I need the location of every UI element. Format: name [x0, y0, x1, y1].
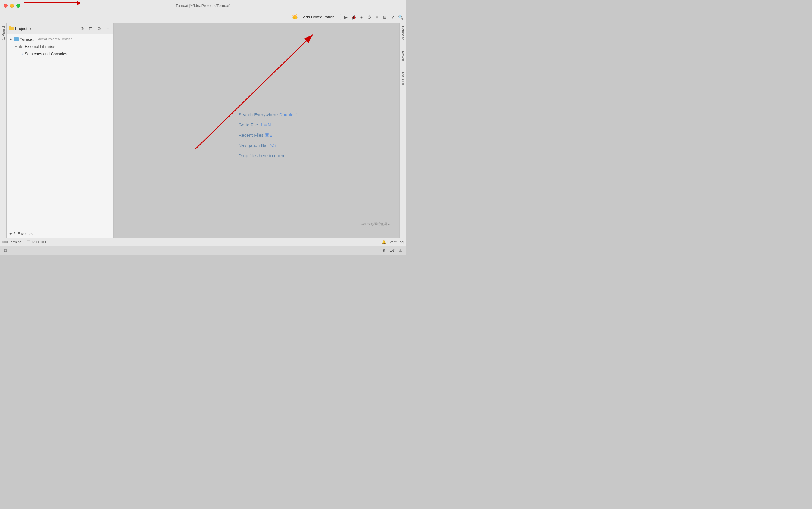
- ant-build-panel-label[interactable]: Ant Build: [401, 70, 405, 87]
- window-title: Tomcat [~/IdeaProjects/Tomcat]: [176, 3, 230, 8]
- project-panel: Project ▼ ⊕ ⊟ ⚙ − ▶ Tomcat ~/IdeaProject…: [7, 23, 113, 238]
- tree-item-external-libs[interactable]: ▶ External Libraries: [7, 43, 113, 50]
- profile-button[interactable]: ⏱: [366, 14, 372, 20]
- todo-icon: ☰: [27, 240, 30, 244]
- tree-caret-ext-libs: ▶: [14, 44, 18, 48]
- status-bar: ⌨ Terminal ☰ 6: TODO 🔔 Event Log: [0, 238, 406, 246]
- debug-button[interactable]: 🐞: [350, 14, 357, 20]
- minimize-button[interactable]: [10, 4, 14, 7]
- alert-icon-bottom[interactable]: ⚠: [398, 247, 404, 253]
- todo-label: 6: TODO: [32, 240, 46, 244]
- close-button[interactable]: [4, 4, 7, 7]
- project-panel-label[interactable]: 1: Project: [1, 24, 6, 41]
- watermark-text: CSDN @勤劳的马✗: [361, 222, 390, 226]
- scratches-label: Scratches and Consoles: [25, 52, 67, 56]
- traffic-lights: [4, 4, 20, 7]
- terminal-icon: ⌨: [2, 240, 7, 244]
- project-toolbar: Project ▼ ⊕ ⊟ ⚙ −: [7, 23, 113, 34]
- tree-item-tomcat[interactable]: ▶ Tomcat ~/IdeaProjects/Tomcat: [7, 36, 113, 43]
- hint-search-everywhere[interactable]: Search Everywhere Double ⇧: [239, 112, 299, 117]
- editor-hints: Search Everywhere Double ⇧ Go to File ⇧⌘…: [239, 112, 299, 158]
- layout-button[interactable]: ⊞: [382, 14, 388, 20]
- star-icon: ★: [9, 232, 12, 236]
- tree-item-scratches[interactable]: ▶ Scratches and Consoles: [7, 50, 113, 57]
- expand-button[interactable]: ⤢: [390, 14, 396, 20]
- hint-recent-files[interactable]: Recent Files ⌘E: [239, 132, 273, 138]
- event-log-tab[interactable]: 🔔 Event Log: [382, 240, 404, 244]
- left-sidebar-strip: 1: Project: [0, 23, 7, 238]
- close-panel-button[interactable]: −: [104, 25, 111, 32]
- external-libraries-label: External Libraries: [25, 44, 55, 49]
- expand-sidebar-button[interactable]: □: [2, 247, 8, 253]
- status-right: 🔔 Event Log: [382, 240, 404, 244]
- search-everywhere-button[interactable]: 🔍: [398, 14, 404, 20]
- git-icon-bottom[interactable]: ⎇: [389, 247, 395, 253]
- add-configuration-button[interactable]: Add Configuration...: [300, 13, 341, 21]
- right-sidebar-strip: Database Maven Ant Build: [399, 23, 406, 238]
- project-caret[interactable]: ▼: [29, 27, 32, 30]
- collapse-all-button[interactable]: ⊟: [87, 25, 94, 32]
- stop-button[interactable]: ■: [374, 14, 380, 20]
- coverage-button[interactable]: ◈: [359, 14, 365, 20]
- hint-goto-file[interactable]: Go to File ⇧⌘N: [239, 122, 271, 127]
- library-icon: [19, 44, 24, 48]
- title-bar: Tomcat [~/IdeaProjects/Tomcat]: [0, 0, 406, 11]
- bottom-bar: □ ⚙ ⎇ ⚠: [0, 246, 406, 254]
- event-log-icon: 🔔: [382, 240, 386, 244]
- database-panel-label[interactable]: Database: [401, 24, 405, 42]
- scratches-icon: [19, 52, 24, 56]
- terminal-label: Terminal: [9, 240, 22, 244]
- hint-drop-files: Drop files here to open: [239, 153, 284, 158]
- favorites-tab[interactable]: ★ 2: Favorites: [7, 231, 35, 236]
- project-tree: ▶ Tomcat ~/IdeaProjects/Tomcat ▶ Externa…: [7, 34, 113, 133]
- maximize-button[interactable]: [16, 4, 20, 7]
- editor-area: Search Everywhere Double ⇧ Go to File ⇧⌘…: [113, 23, 399, 238]
- action-bar: 🐱 Add Configuration... ▶ 🐞 ◈ ⏱ ■ ⊞ ⤢ 🔍: [0, 11, 406, 23]
- tomcat-icon: 🐱: [292, 14, 298, 20]
- folder-icon-tomcat: [14, 37, 19, 41]
- settings-icon-bottom[interactable]: ⚙: [381, 247, 387, 253]
- annotation-arrow: [24, 2, 78, 3]
- project-panel-title: Project: [15, 26, 27, 31]
- tomcat-path: ~/IdeaProjects/Tomcat: [36, 37, 72, 41]
- tomcat-label: Tomcat: [20, 37, 33, 41]
- settings-button[interactable]: ⚙: [96, 25, 102, 32]
- event-log-label: Event Log: [387, 240, 404, 244]
- project-toolbar-right: ⊕ ⊟ ⚙ −: [79, 25, 111, 32]
- hint-navigation-bar[interactable]: Navigation Bar ⌥↑: [239, 142, 277, 148]
- project-toolbar-left: Project ▼: [9, 26, 32, 31]
- terminal-tab[interactable]: ⌨ Terminal: [2, 240, 22, 244]
- project-folder-icon: [9, 27, 14, 30]
- tree-caret-tomcat: ▶: [9, 37, 13, 41]
- todo-tab[interactable]: ☰ 6: TODO: [27, 240, 46, 244]
- add-content-root-button[interactable]: ⊕: [79, 25, 86, 32]
- run-button[interactable]: ▶: [343, 14, 349, 20]
- maven-panel-label[interactable]: Maven: [401, 49, 405, 63]
